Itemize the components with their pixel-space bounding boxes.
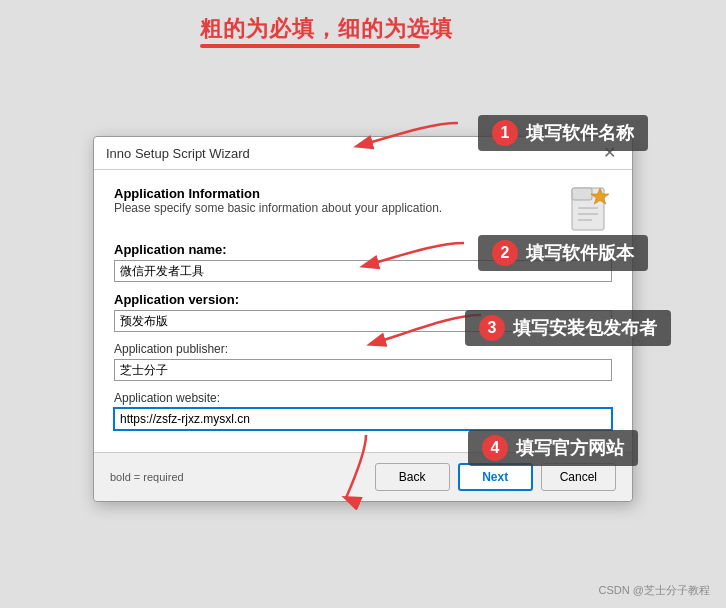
- wizard-icon: [564, 186, 612, 238]
- footer-hint: bold = required: [110, 471, 184, 483]
- annotation-num-1: 1: [492, 120, 518, 146]
- section-header: Application Information Please specify s…: [114, 186, 612, 238]
- outer-container: 粗的为必填，细的为选填 1 填写软件名称 2 填写软件版本 3 填写安装包发布者…: [0, 0, 726, 608]
- section-desc: Please specify some basic information ab…: [114, 201, 442, 215]
- annotation-box-2: 2 填写软件版本: [478, 235, 648, 271]
- annotation-box-3: 3 填写安装包发布者: [465, 310, 671, 346]
- annotation-num-3: 3: [479, 315, 505, 341]
- field-label-appversion: Application version:: [114, 292, 612, 307]
- application-website-input[interactable]: [114, 408, 612, 430]
- annotation-underline: [200, 44, 420, 48]
- svg-rect-1: [572, 188, 592, 200]
- watermark: CSDN @芝士分子教程: [599, 583, 710, 598]
- annotation-num-2: 2: [492, 240, 518, 266]
- annotation-label-4: 填写官方网站: [516, 436, 624, 460]
- field-label-website: Application website:: [114, 391, 612, 405]
- annotation-label-3: 填写安装包发布者: [513, 316, 657, 340]
- dialog-title: Inno Setup Script Wizard: [106, 146, 250, 161]
- annotation-title: 粗的为必填，细的为选填: [200, 14, 453, 44]
- annotation-label-1: 填写软件名称: [526, 121, 634, 145]
- annotation-box-4: 4 填写官方网站: [468, 430, 638, 466]
- section-info: Application Information Please specify s…: [114, 186, 442, 229]
- section-title: Application Information: [114, 186, 442, 201]
- annotation-label-2: 填写软件版本: [526, 241, 634, 265]
- annotation-num-4: 4: [482, 435, 508, 461]
- footer-buttons: Back Next Cancel: [375, 463, 616, 491]
- next-button[interactable]: Next: [458, 463, 533, 491]
- application-publisher-input[interactable]: [114, 359, 612, 381]
- back-button[interactable]: Back: [375, 463, 450, 491]
- cancel-button[interactable]: Cancel: [541, 463, 616, 491]
- annotation-box-1: 1 填写软件名称: [478, 115, 648, 151]
